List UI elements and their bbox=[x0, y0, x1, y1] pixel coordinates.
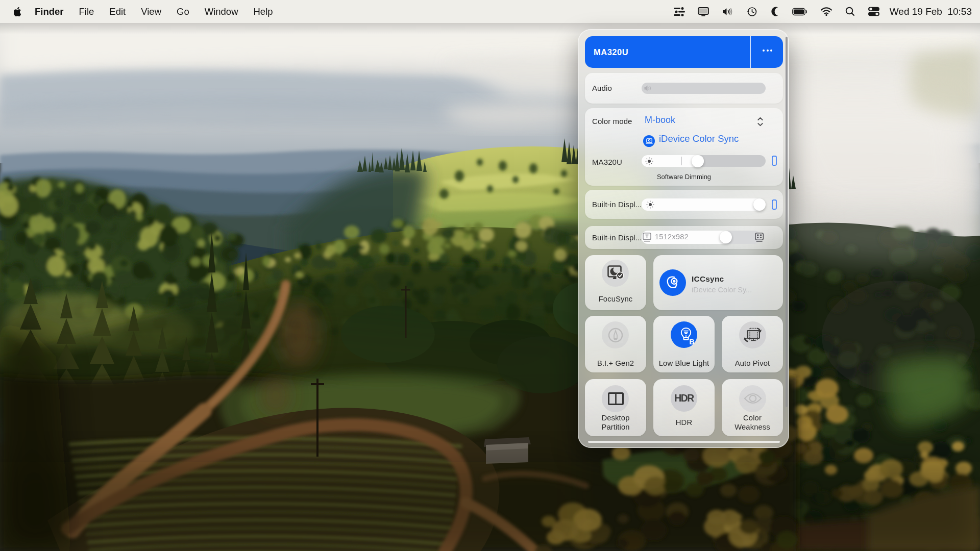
svg-text:B: B bbox=[690, 338, 695, 346]
